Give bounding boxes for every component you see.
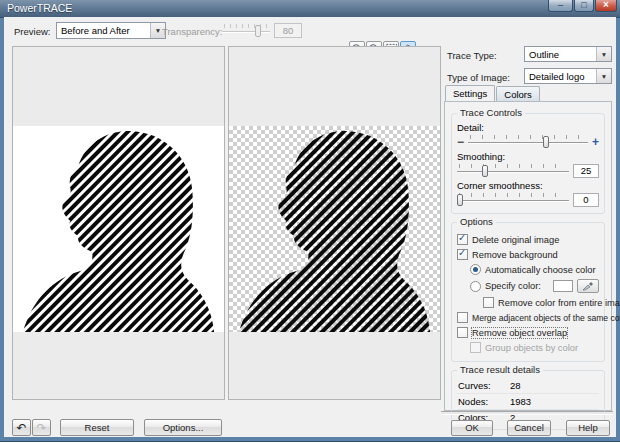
result-row-nodes: Nodes: 1983 bbox=[457, 394, 599, 410]
image-type-select[interactable]: Detailed logo ▼ bbox=[524, 68, 612, 84]
trace-controls-group: Trace Controls Detail: − + Smoothing: 25 bbox=[451, 113, 605, 214]
reset-button[interactable]: Reset bbox=[60, 419, 134, 436]
delete-original-label[interactable]: Delete original image bbox=[472, 235, 559, 245]
trace-controls-group-label: Trace Controls bbox=[457, 107, 525, 118]
remove-background-label[interactable]: Remove background bbox=[472, 250, 558, 260]
traced-bust-before bbox=[13, 126, 224, 332]
transparency-track bbox=[222, 31, 270, 33]
curves-value: 28 bbox=[510, 380, 521, 391]
smoothing-ticks bbox=[459, 164, 567, 168]
close-icon: × bbox=[596, 0, 616, 10]
detail-minus-icon[interactable]: − bbox=[457, 137, 464, 147]
smoothing-track bbox=[457, 171, 569, 173]
trace-type-value: Outline bbox=[525, 49, 596, 60]
transparency-ticks bbox=[224, 24, 268, 28]
specify-color-radio[interactable] bbox=[470, 281, 481, 292]
merge-adjacent-label[interactable]: Merge adjacent objects of the same color bbox=[472, 313, 620, 323]
maximize-icon: □ bbox=[575, 0, 593, 10]
preview-mode-value: Before and After bbox=[57, 25, 150, 36]
image-type-label: Type of Image: bbox=[447, 72, 510, 83]
options-button[interactable]: Options... bbox=[144, 419, 222, 436]
remove-overlap-label[interactable]: Remove object overlap bbox=[472, 328, 567, 338]
curves-label: Curves: bbox=[458, 380, 510, 391]
preview-pane-after[interactable] bbox=[228, 46, 441, 400]
titlebar[interactable]: PowerTRACE – □ × bbox=[0, 0, 620, 18]
options-group: Options ✓ Delete original image ✓ Remove… bbox=[451, 222, 605, 362]
specify-color-swatch[interactable] bbox=[553, 280, 573, 292]
eyedropper-icon bbox=[582, 281, 594, 291]
group-objects-label: Group objects by color bbox=[485, 343, 578, 353]
cancel-button[interactable]: Cancel bbox=[507, 420, 551, 436]
transparency-thumb[interactable] bbox=[255, 25, 261, 37]
detail-slider-thumb[interactable] bbox=[543, 136, 549, 148]
remove-background-checkbox[interactable]: ✓ bbox=[457, 249, 468, 260]
undo-button[interactable]: ↶ bbox=[12, 419, 31, 436]
preview-mode-select[interactable]: Before and After ▼ bbox=[56, 22, 166, 39]
merge-adjacent-checkbox[interactable]: ✓ bbox=[457, 312, 468, 323]
trace-result-group-label: Trace result details bbox=[457, 364, 543, 375]
ok-button[interactable]: OK bbox=[451, 420, 493, 436]
transparency-value: 80 bbox=[274, 23, 302, 38]
remove-overlap-checkbox[interactable]: ✓ bbox=[457, 327, 468, 338]
corner-smoothness-slider[interactable] bbox=[457, 192, 569, 207]
nodes-label: Nodes: bbox=[458, 396, 510, 407]
transparency-label: Transparency: bbox=[162, 26, 222, 37]
auto-choose-color-radio[interactable] bbox=[470, 264, 481, 275]
smoothing-value[interactable]: 25 bbox=[573, 164, 599, 178]
corner-smoothness-value[interactable]: 0 bbox=[573, 193, 599, 207]
window-title: PowerTRACE bbox=[7, 2, 72, 14]
help-button[interactable]: Help bbox=[566, 420, 610, 436]
corner-slider-thumb[interactable] bbox=[457, 194, 463, 206]
close-button[interactable]: × bbox=[595, 0, 617, 12]
remove-color-entire-checkbox[interactable]: ✓ bbox=[483, 297, 494, 308]
detail-track bbox=[468, 142, 588, 144]
after-image bbox=[229, 126, 440, 332]
nodes-value: 1983 bbox=[510, 396, 531, 407]
settings-tab-page: Trace Controls Detail: − + Smoothing: 25 bbox=[444, 101, 612, 411]
detail-slider[interactable] bbox=[468, 134, 588, 149]
specify-color-label[interactable]: Specify color: bbox=[485, 281, 541, 291]
options-group-label: Options bbox=[457, 216, 496, 227]
auto-choose-color-label[interactable]: Automatically choose color bbox=[485, 265, 596, 275]
maximize-button[interactable]: □ bbox=[574, 0, 594, 12]
group-objects-checkbox: ✓ bbox=[470, 342, 481, 353]
traced-bust-after bbox=[229, 126, 440, 332]
smoothing-label: Smoothing: bbox=[457, 151, 599, 162]
detail-label: Detail: bbox=[457, 122, 599, 133]
detail-ticks bbox=[470, 135, 586, 139]
smoothing-slider[interactable] bbox=[457, 163, 569, 178]
tab-settings[interactable]: Settings bbox=[445, 85, 495, 102]
redo-icon: ↷ bbox=[36, 421, 46, 435]
corner-track bbox=[457, 200, 569, 202]
remove-color-entire-label[interactable]: Remove color from entire image bbox=[498, 298, 620, 308]
minimize-button[interactable]: – bbox=[548, 0, 573, 12]
result-row-curves: Curves: 28 bbox=[457, 378, 599, 394]
chevron-down-icon: ▼ bbox=[596, 69, 611, 83]
powertrace-dialog: PowerTRACE – □ × Preview: Before and Aft… bbox=[0, 0, 620, 441]
minimize-icon: – bbox=[549, 0, 572, 10]
smoothing-slider-thumb[interactable] bbox=[482, 165, 488, 177]
redo-button[interactable]: ↷ bbox=[32, 419, 51, 436]
undo-icon: ↶ bbox=[16, 421, 26, 435]
transparency-slider[interactable] bbox=[222, 23, 270, 38]
trace-type-label: Trace Type: bbox=[447, 50, 497, 61]
image-type-value: Detailed logo bbox=[525, 71, 596, 82]
settings-tabs: Settings Colors bbox=[445, 85, 541, 101]
corner-smoothness-label: Corner smoothness: bbox=[457, 180, 599, 191]
check-icon: ✓ bbox=[458, 247, 466, 258]
chevron-down-icon: ▼ bbox=[596, 47, 611, 61]
eyedropper-button[interactable] bbox=[577, 279, 599, 293]
check-icon: ✓ bbox=[458, 232, 466, 243]
preview-toolbar: Preview: Before and After ▼ Transparency… bbox=[4, 17, 616, 45]
preview-label: Preview: bbox=[14, 26, 50, 37]
before-image bbox=[13, 126, 224, 332]
tab-colors[interactable]: Colors bbox=[496, 86, 539, 101]
trace-type-select[interactable]: Outline ▼ bbox=[524, 46, 612, 62]
corner-ticks bbox=[459, 193, 567, 197]
preview-pane-before[interactable] bbox=[12, 46, 225, 400]
delete-original-checkbox[interactable]: ✓ bbox=[457, 234, 468, 245]
footer-divider bbox=[441, 411, 613, 415]
detail-plus-icon[interactable]: + bbox=[592, 137, 599, 147]
